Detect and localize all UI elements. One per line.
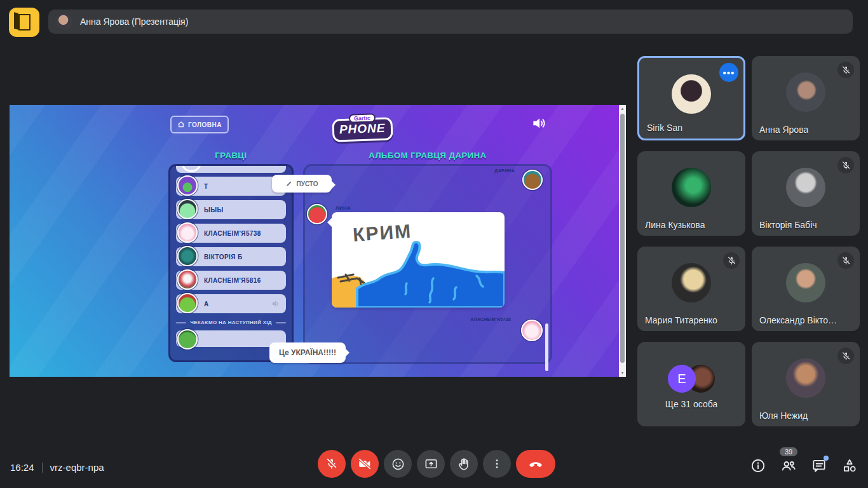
mic-off-icon bbox=[841, 351, 851, 362]
participant-tile[interactable]: Мария Титаренко bbox=[637, 247, 745, 331]
game-home-label: ГОЛОВНА bbox=[188, 121, 222, 128]
more-dots-icon: ••• bbox=[723, 67, 735, 78]
player-name: ЫЫЫ bbox=[204, 207, 224, 214]
participant-avatar bbox=[786, 358, 825, 398]
mic-off-icon bbox=[841, 65, 851, 76]
players-title: ГРАВЦІ bbox=[168, 151, 294, 160]
participant-count-badge: 39 bbox=[780, 447, 797, 456]
player-name: ВІКТОРІЯ Б bbox=[204, 254, 243, 261]
participant-avatar bbox=[786, 72, 825, 112]
player-row: КЛАСНЕІМ'Я5816 bbox=[176, 271, 286, 290]
more-options-button[interactable] bbox=[483, 450, 511, 478]
muted-indicator bbox=[837, 157, 854, 173]
more-options-icon bbox=[491, 458, 503, 470]
waiting-divider: ЧЕКАЄМО НА НАСТУПНИЙ ХІД bbox=[176, 320, 286, 325]
player-row: А bbox=[176, 294, 286, 313]
muted-indicator bbox=[723, 252, 740, 269]
player-avatar bbox=[177, 269, 198, 290]
presenter-banner: Анна Ярова (Презентація) bbox=[48, 10, 853, 34]
mic-off-icon bbox=[841, 160, 851, 171]
emoji-icon bbox=[391, 457, 405, 471]
player-row: Т bbox=[176, 177, 286, 196]
participant-name: Вікторія Бабіч bbox=[759, 220, 817, 230]
meeting-info: 16:24 vrz-eqbr-npa bbox=[10, 462, 104, 473]
divider bbox=[42, 463, 43, 473]
meeting-panels: 39 bbox=[750, 458, 858, 474]
album-entry-author: КЛАСНЕІМ'Я5738 bbox=[471, 317, 511, 322]
muted-indicator bbox=[837, 62, 854, 78]
player-avatar bbox=[177, 329, 198, 349]
home-icon bbox=[177, 121, 185, 128]
meeting-code: vrz-eqbr-npa bbox=[50, 462, 104, 473]
participant-avatar bbox=[786, 263, 825, 302]
scroll-up-arrow[interactable]: ▲ bbox=[619, 106, 626, 111]
muted-indicator bbox=[837, 348, 854, 364]
player-name: КЛАСНЕІМ'Я5738 bbox=[204, 230, 261, 237]
participant-name: Sirik San bbox=[647, 123, 682, 133]
overflow-count-label: Ще 31 особа bbox=[665, 399, 717, 409]
album-title: АЛЬБОМ ГРАВЦЯ ДАРИНА bbox=[303, 151, 552, 160]
players-panel: Т ЫЫЫ КЛАСНЕІМ'Я5738 ВІКТОРІЯ Б КЛАСНЕІМ… bbox=[168, 164, 294, 362]
participant-avatar bbox=[672, 263, 711, 302]
shared-tab-favicon[interactable] bbox=[9, 8, 39, 37]
drawing-word: КРИМ bbox=[352, 220, 412, 245]
overflow-participants-tile[interactable]: E Ще 31 особа bbox=[637, 342, 745, 426]
gartic-phone-logo: Gartic PHONE bbox=[330, 107, 394, 147]
muted-indicator bbox=[837, 252, 854, 269]
participant-avatar bbox=[672, 74, 711, 114]
player-avatar bbox=[177, 199, 198, 219]
camera-toggle-button[interactable] bbox=[351, 450, 379, 478]
mic-off-icon bbox=[726, 255, 737, 266]
activities-button[interactable] bbox=[841, 458, 858, 474]
speaker-icon bbox=[531, 115, 547, 132]
player-avatar bbox=[177, 246, 198, 266]
participant-tile[interactable]: Анна Ярова bbox=[752, 56, 860, 140]
reactions-button[interactable] bbox=[384, 450, 412, 478]
participant-tile[interactable]: Юля Нежид bbox=[752, 342, 860, 426]
presenter-label: Анна Ярова (Презентація) bbox=[80, 17, 188, 27]
end-call-button[interactable] bbox=[516, 450, 555, 478]
camera-off-icon bbox=[358, 457, 372, 471]
album-entry-text: Це УКРАЇНА!!!!! bbox=[279, 348, 336, 357]
door-icon bbox=[18, 14, 31, 30]
raise-hand-button[interactable] bbox=[450, 450, 478, 478]
participants-button[interactable]: 39 bbox=[780, 458, 797, 474]
player-name: Т bbox=[204, 183, 208, 190]
player-avatar bbox=[177, 293, 198, 313]
player-row: ЫЫЫ bbox=[176, 200, 286, 219]
presenter-avatar bbox=[56, 13, 72, 30]
mic-toggle-button[interactable] bbox=[318, 450, 346, 478]
player-name: КЛАСНЕІМ'Я5816 bbox=[204, 277, 261, 284]
unread-chat-dot bbox=[824, 456, 829, 461]
crimea-drawing: КРИМ bbox=[332, 212, 505, 308]
clock: 16:24 bbox=[10, 462, 34, 473]
end-call-icon bbox=[527, 456, 544, 472]
avatar-initial: E bbox=[668, 365, 696, 393]
album-entry-avatar bbox=[521, 320, 543, 341]
album-entry-text: ПУСТО bbox=[296, 180, 318, 187]
album-scrollbar[interactable] bbox=[545, 323, 548, 371]
game-sound-button[interactable] bbox=[531, 115, 547, 132]
scroll-down-arrow[interactable]: ▼ bbox=[619, 370, 626, 376]
share-scroll-thumb[interactable] bbox=[620, 114, 625, 363]
mic-off-icon bbox=[325, 457, 339, 471]
info-button[interactable] bbox=[750, 458, 766, 474]
present-button[interactable] bbox=[417, 450, 445, 478]
player-row: ВІКТОРІЯ Б bbox=[176, 247, 286, 266]
participant-tile[interactable]: Вікторія Бабіч bbox=[752, 151, 860, 236]
player-avatar bbox=[177, 175, 198, 196]
participant-tile[interactable]: Олександр Вікто… bbox=[752, 247, 860, 331]
participant-tile[interactable]: ••• Sirik San bbox=[637, 56, 745, 140]
mic-off-icon bbox=[841, 255, 851, 266]
participant-avatar bbox=[786, 168, 825, 207]
participant-name: Олександр Вікто… bbox=[759, 315, 837, 325]
album-entry-author: ЛИНА bbox=[336, 205, 351, 211]
participants-grid: ••• Sirik San Анна Ярова Лина Кузькова bbox=[637, 56, 860, 426]
activities-icon bbox=[841, 458, 858, 474]
participant-tile[interactable]: Лина Кузькова bbox=[637, 151, 745, 236]
chat-button[interactable] bbox=[811, 458, 827, 474]
tile-options-button[interactable]: ••• bbox=[719, 63, 738, 82]
game-home-button[interactable]: ГОЛОВНА bbox=[170, 116, 229, 133]
album-text-bubble: Це УКРАЇНА!!!!! bbox=[269, 342, 346, 363]
share-scrollbar[interactable]: ▲ ▼ bbox=[619, 105, 626, 377]
